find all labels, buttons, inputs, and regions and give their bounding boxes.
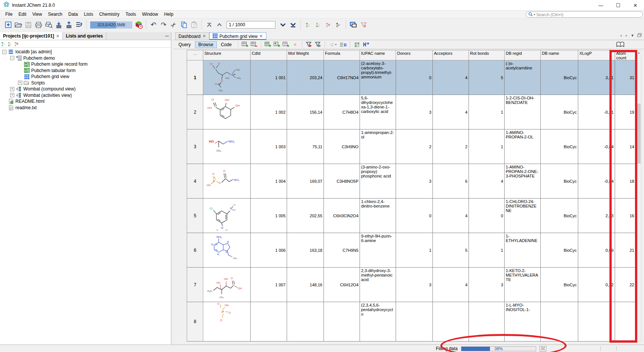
row-number[interactable]: 1 xyxy=(187,60,203,95)
row-number[interactable]: 7 xyxy=(187,268,203,302)
cell-mw[interactable]: 202,55 xyxy=(287,199,324,233)
row-number[interactable]: 2 xyxy=(187,95,203,129)
tree-item[interactable]: Pubchem grid view xyxy=(0,74,171,80)
sort-custom-icon[interactable]: az⌐ xyxy=(333,20,343,30)
cell-dbname[interactable]: BioCyc xyxy=(541,268,578,302)
table-remove-icon[interactable] xyxy=(249,41,259,48)
row-number[interactable]: 6 xyxy=(187,233,203,268)
new-view-icon[interactable] xyxy=(281,41,290,48)
cell-xlogp[interactable]: -0,31 xyxy=(578,95,615,129)
cell-dbname[interactable]: BioCyc xyxy=(541,199,578,233)
cell-atomcount[interactable]: 31 xyxy=(615,60,636,95)
column-header-rotbonds[interactable]: Rot bonds xyxy=(469,50,505,60)
column-header-structure[interactable]: Structure xyxy=(203,50,251,60)
cell-dbname[interactable]: BioCyc xyxy=(541,164,578,199)
sort-asc-icon[interactable]: az↓ xyxy=(303,20,313,30)
cell-mw[interactable]: 169,07 xyxy=(287,164,324,199)
cell-rotbonds[interactable] xyxy=(469,302,505,341)
cell-dbregid[interactable]: 1-2-CIS-DI-OH-BENZOATE xyxy=(505,95,541,129)
column-header-acceptors[interactable]: Acceptors xyxy=(433,50,469,60)
cell-acceptors[interactable] xyxy=(433,302,469,341)
import-icon[interactable] xyxy=(54,20,64,30)
cell-iupac[interactable]: (2,3,4,5,6-pentahydroxycyclo xyxy=(360,302,396,341)
cell-rotbonds[interactable]: 3 xyxy=(469,268,505,302)
cell-iupac[interactable]: 2,3-dihydroxy-3-methyl-pentanoic acid xyxy=(360,268,396,302)
grid-row-6[interactable]: 6NH₂NNNNCH₃1 006163,18C7H9N59-ethyl-9H-p… xyxy=(187,233,636,268)
cell-acceptors[interactable]: 4 xyxy=(433,95,469,129)
lists-icon[interactable]: R xyxy=(339,41,348,48)
menu-view[interactable]: View xyxy=(29,11,45,18)
cell-structure[interactable]: O⁻ON⁺CH₃CH₃H₃COOCH₃ xyxy=(203,60,251,95)
star-icon[interactable]: ☆▾ xyxy=(327,41,339,48)
cell-structure[interactable]: HONH₂CH₃ xyxy=(203,129,251,164)
scrollbar-thumb[interactable] xyxy=(637,104,641,164)
tree-item[interactable]: −localdb [as admin] xyxy=(0,49,171,55)
grid-row-4[interactable]: 4HOPOOONH₂1 004169,07C3H8NO5P(3-amino-2-… xyxy=(187,164,636,199)
menu-lists[interactable]: Lists xyxy=(81,11,96,18)
cell-dbname[interactable]: BioCyc xyxy=(541,95,578,129)
cell-formula[interactable]: C6H3ClN2O4 xyxy=(324,199,360,233)
collapse-icon[interactable]: − xyxy=(10,56,14,60)
tab-list-dropdown-icon[interactable]: ▾ xyxy=(631,33,633,38)
filter-icon[interactable] xyxy=(358,20,369,30)
minimize-panel-icon[interactable]: ─ xyxy=(165,33,169,39)
cell-donors[interactable]: 0 xyxy=(396,199,433,233)
cell-iupac[interactable]: (2-acetoxy-3-carboxylato-propyl)-trimeth… xyxy=(360,60,396,95)
tree-item[interactable]: Pubchem tabular form xyxy=(0,68,171,74)
new-grid-view-icon[interactable] xyxy=(263,41,272,48)
next-record-icon[interactable] xyxy=(278,20,288,30)
cell-dbname[interactable]: BioCyc xyxy=(541,129,578,164)
cell-structure[interactable]: H₃CHOOHOOHCH₃ xyxy=(203,268,251,302)
column-header-formula[interactable]: Formula xyxy=(324,50,360,60)
menu-chemistry[interactable]: Chemistry xyxy=(96,11,122,18)
menu-search[interactable]: Search xyxy=(45,11,65,18)
row-number[interactable]: 4 xyxy=(187,164,203,199)
row-number[interactable]: 5 xyxy=(187,199,203,233)
sort-desc-icon[interactable]: za↓ xyxy=(313,20,323,30)
quick-search-input[interactable]: ▾ Search (Ctrl+I) xyxy=(526,11,643,18)
column-header-mw[interactable]: Mol Weight xyxy=(287,50,324,60)
cell-atomcount[interactable]: 21 xyxy=(615,233,636,268)
cell-dbname[interactable]: BioCyc xyxy=(541,233,578,268)
cell-dbregid[interactable]: 1-ETHYLADENINE xyxy=(505,233,541,268)
cell-structure[interactable]: OHOOHOH xyxy=(203,95,251,129)
duplicate-window-icon[interactable] xyxy=(348,20,358,30)
sort-desc-icon[interactable]: za↓ xyxy=(8,41,11,47)
export-icon[interactable] xyxy=(64,20,74,30)
cell-dbregid[interactable]: 1-AMINO-PROPAN-2-ONE-3-PHOSPHATE xyxy=(505,164,541,199)
cell-donors[interactable]: 1 xyxy=(396,233,433,268)
cell-donors[interactable]: 2 xyxy=(396,129,433,164)
cell-cdid[interactable]: 1 001 xyxy=(251,60,287,95)
tree-item[interactable]: readme.txt xyxy=(0,105,171,111)
expand-icon[interactable]: + xyxy=(10,87,14,91)
cell-mw[interactable]: 156,14 xyxy=(287,95,324,129)
column-header-dbregid[interactable]: DB regid xyxy=(505,50,541,60)
tree-item[interactable]: +Wombat (compound view) xyxy=(0,86,171,92)
cell-formula[interactable]: C6H12O4 xyxy=(324,268,360,302)
cell-cdid[interactable]: 1 002 xyxy=(251,95,287,129)
tab-lists-and-queries[interactable]: Lists and queries xyxy=(63,32,106,40)
menu-file[interactable]: File xyxy=(2,11,15,18)
table-add-icon[interactable] xyxy=(240,41,249,48)
cell-acceptors[interactable]: 4 xyxy=(433,60,469,95)
jchem-hexagon-icon[interactable] xyxy=(133,20,144,30)
cell-atomcount[interactable]: 16 xyxy=(615,199,636,233)
cell-atomcount[interactable]: 19 xyxy=(615,95,636,129)
prev-record-icon[interactable] xyxy=(214,20,224,30)
view-button-code[interactable]: Code xyxy=(218,41,235,48)
close-icon[interactable]: ✕ xyxy=(259,34,263,39)
new-icon[interactable] xyxy=(3,20,13,30)
cell-rotbonds[interactable]: 4 xyxy=(469,164,505,199)
cell-atomcount[interactable]: 22 xyxy=(615,268,636,302)
tree-item[interactable]: Pubchem single record form xyxy=(0,61,171,68)
cell-rotbonds[interactable]: 1 xyxy=(469,95,505,129)
book-icon[interactable] xyxy=(616,42,624,49)
cell-mw[interactable]: 203,24 xyxy=(287,60,324,95)
grid-row-8[interactable]: 8OHOPOO(2,3,4,5,6-pentahydroxycyclo1-L-M… xyxy=(187,302,636,341)
delete-view-icon[interactable]: × xyxy=(290,41,299,48)
cell-iupac[interactable]: 5,6-dihydroxycyclohexa-1,3-diene-1-carbo… xyxy=(360,95,396,129)
sort-remove-icon[interactable]: az× xyxy=(15,41,18,47)
nav-back-icon[interactable]: ◂ xyxy=(620,33,622,38)
row-number[interactable]: 3 xyxy=(187,129,203,164)
cell-xlogp[interactable] xyxy=(578,302,615,341)
